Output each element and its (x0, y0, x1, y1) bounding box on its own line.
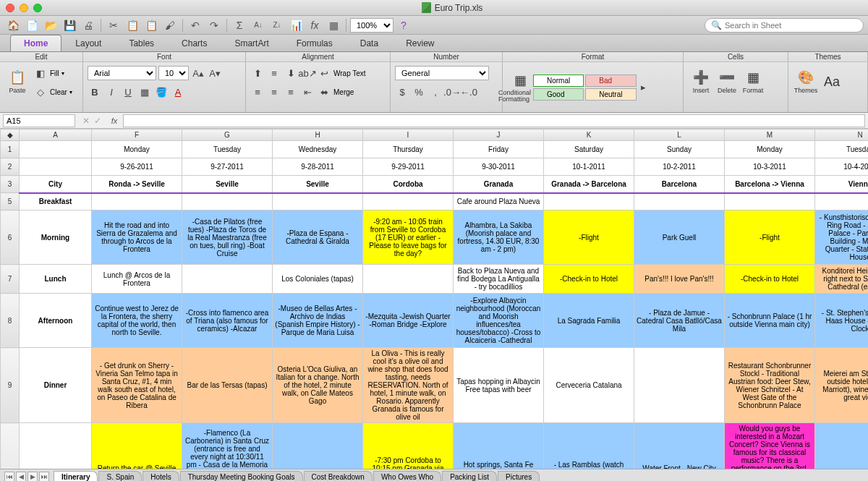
table-row: 10Night Return the car @ Seville Airport… (1, 423, 869, 469)
autosum-icon[interactable]: Σ (231, 17, 248, 33)
table-row: 6Morning Hit the road and into Sierra de… (1, 210, 869, 265)
minimize-icon[interactable] (20, 4, 28, 12)
function-icon[interactable]: fx (306, 17, 323, 33)
table-row: 7Lunch Lunch @ Arcos de la FronteraLos C… (1, 265, 869, 294)
themes-button[interactable]: 🎨Themes (793, 64, 819, 100)
style-bad[interactable]: Bad (585, 75, 636, 87)
close-icon[interactable] (6, 4, 14, 12)
orientation-icon[interactable]: ab↗ (300, 66, 315, 80)
save-icon[interactable]: 💾 (61, 17, 78, 33)
wrap-text-icon[interactable]: ↩ (317, 66, 331, 80)
sort-desc-icon[interactable]: Z↓ (268, 17, 286, 33)
next-sheet-icon[interactable]: ▶ (27, 472, 38, 482)
document-icon (422, 2, 431, 13)
sheet-tab-cost[interactable]: Cost Breakdown (304, 471, 373, 482)
sort-asc-icon[interactable]: A↓ (250, 17, 267, 33)
insert-button[interactable]: ➕Insert (688, 64, 714, 100)
style-neutral[interactable]: Neutral (585, 88, 636, 101)
style-normal[interactable]: Normal (533, 75, 584, 87)
format-button[interactable]: ▦Format (740, 64, 766, 100)
formula-input[interactable] (123, 114, 865, 127)
align-bottom-icon[interactable]: ⬇ (284, 66, 298, 80)
conditional-formatting-button[interactable]: ▦Conditional Formatting (507, 69, 533, 106)
tab-home[interactable]: Home (10, 35, 61, 51)
tab-review[interactable]: Review (392, 35, 448, 51)
copy-icon[interactable]: 📋 (124, 17, 141, 33)
styles-more-icon[interactable]: ▸ (637, 80, 651, 95)
clear-icon[interactable]: ◇ (33, 85, 48, 99)
comma-icon[interactable]: , (428, 85, 443, 99)
select-all-corner[interactable]: ◆ (1, 129, 20, 141)
last-sheet-icon[interactable]: ⏭ (39, 472, 49, 482)
paste-icon[interactable]: 📋 (142, 17, 160, 33)
increase-decimal-icon[interactable]: .0→ (445, 85, 459, 99)
sheet-tab-packing[interactable]: Packing List (442, 471, 497, 482)
bold-icon[interactable]: B (88, 85, 102, 99)
font-size-select[interactable]: 10 (158, 66, 189, 80)
align-center-icon[interactable]: ≡ (267, 85, 281, 99)
font-name-select[interactable]: Arial (88, 66, 156, 80)
sheet-tab-hotels[interactable]: Hotels (142, 471, 179, 482)
zoom-icon[interactable] (33, 4, 42, 12)
sheet-tab-thursday[interactable]: Thursday Meeting Booking Goals (180, 471, 303, 482)
decrease-font-icon[interactable]: A▾ (208, 66, 222, 80)
fx-icon[interactable]: fx (106, 116, 123, 125)
help-icon[interactable]: ? (395, 17, 412, 33)
sheet-tab-pictures[interactable]: Pictures (498, 471, 540, 482)
fonts-theme-button[interactable]: Aa (819, 64, 845, 100)
align-right-icon[interactable]: ≡ (284, 85, 298, 99)
table-row: 3City Ronda -> SevilleSevilleSevilleCord… (1, 176, 869, 193)
fill-icon[interactable]: ◧ (33, 66, 48, 80)
new-icon[interactable]: 📄 (23, 17, 41, 33)
increase-font-icon[interactable]: A▴ (191, 66, 205, 80)
decrease-decimal-icon[interactable]: ←.0 (461, 85, 476, 99)
home-icon[interactable]: 🏠 (4, 17, 22, 33)
undo-icon[interactable]: ↶ (187, 17, 204, 33)
font-color-icon[interactable]: A (171, 85, 185, 99)
zoom-select[interactable]: 100% (350, 18, 393, 33)
search-icon: 🔍 (711, 20, 722, 30)
tab-formulas[interactable]: Formulas (283, 35, 346, 51)
name-box[interactable]: A15 (3, 114, 75, 127)
number-format-select[interactable]: General (395, 66, 489, 80)
prev-sheet-icon[interactable]: ◀ (16, 472, 26, 482)
paste-button[interactable]: 📋Paste (4, 64, 30, 100)
percent-icon[interactable]: % (412, 85, 426, 99)
merge-icon[interactable]: ⬌ (317, 85, 331, 99)
redo-icon[interactable]: ↷ (205, 17, 223, 33)
formula-bar: A15 ✕ ✓ fx (0, 113, 868, 129)
print-icon[interactable]: 🖨 (80, 17, 97, 33)
border-icon[interactable]: ▦ (137, 85, 152, 99)
tab-tables[interactable]: Tables (115, 35, 168, 51)
fill-color-icon[interactable]: 🪣 (154, 85, 169, 99)
table-row: 8Afternoon Continue west to Jerez de la … (1, 294, 869, 348)
italic-icon[interactable]: I (104, 85, 119, 99)
align-middle-icon[interactable]: ≡ (267, 66, 281, 80)
delete-button[interactable]: ➖Delete (714, 64, 740, 100)
align-left-icon[interactable]: ≡ (250, 85, 265, 99)
tab-data[interactable]: Data (346, 35, 392, 51)
search-box[interactable]: 🔍 (705, 18, 864, 33)
format-painter-icon[interactable]: 🖌 (161, 17, 179, 33)
search-input[interactable] (725, 21, 857, 30)
align-top-icon[interactable]: ⬆ (250, 66, 265, 80)
spreadsheet-grid[interactable]: ◆ A F G H I J K L M N 1 MondayTuesdayWed… (0, 129, 868, 469)
show-formulas-icon[interactable]: ▦ (325, 17, 342, 33)
first-sheet-icon[interactable]: ⏮ (4, 472, 14, 482)
decrease-indent-icon[interactable]: ⇤ (300, 85, 315, 99)
sheet-tab-owes[interactable]: Who Owes Who (373, 471, 441, 482)
cut-icon[interactable]: ✂ (105, 17, 122, 33)
currency-icon[interactable]: $ (395, 85, 409, 99)
cancel-formula-icon[interactable]: ✕ (82, 116, 90, 126)
underline-icon[interactable]: U (121, 85, 135, 99)
style-good[interactable]: Good (533, 88, 584, 101)
column-headers: ◆ A F G H I J K L M N (1, 129, 869, 141)
tab-layout[interactable]: Layout (61, 35, 115, 51)
chart-icon[interactable]: 📊 (287, 17, 305, 33)
enter-formula-icon[interactable]: ✓ (94, 116, 101, 126)
tab-charts[interactable]: Charts (168, 35, 221, 51)
tab-smartart[interactable]: SmartArt (221, 35, 282, 51)
open-icon[interactable]: 📂 (42, 17, 59, 33)
sheet-tab-itinerary[interactable]: Itinerary (54, 471, 98, 482)
sheet-tab-spain[interactable]: S. Spain (98, 471, 142, 482)
